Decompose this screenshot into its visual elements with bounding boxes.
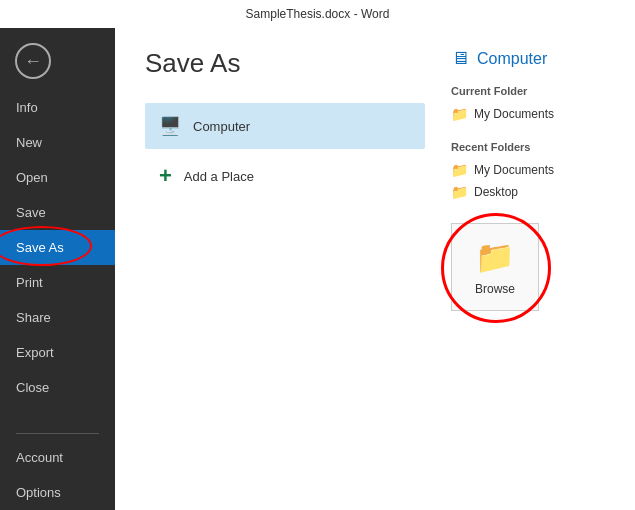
right-panel: 🖥 Computer Current Folder 📁 My Documents… (435, 28, 635, 510)
recent-folder-name-0: My Documents (474, 163, 554, 177)
title-text: SampleThesis.docx - Word (246, 7, 390, 21)
sidebar-item-close[interactable]: Close (0, 370, 115, 405)
monitor-icon: 🖥 (451, 48, 469, 69)
location-computer-label: Computer (193, 119, 250, 134)
folder-icon-0: 📁 (451, 162, 468, 178)
recent-folder-0[interactable]: 📁 My Documents (451, 159, 619, 181)
sidebar-item-open[interactable]: Open (0, 160, 115, 195)
sidebar-item-export[interactable]: Export (0, 335, 115, 370)
main-area: ← Info New Open Save Save As Print Share… (0, 28, 635, 510)
folder-icon-current: 📁 (451, 106, 468, 122)
sidebar-item-options[interactable]: Options (0, 475, 115, 510)
right-panel-title: Computer (477, 50, 547, 68)
recent-section: Recent Folders 📁 My Documents 📁 Desktop (451, 141, 619, 203)
content-area: Save As 🖥️ Computer + Add a Place (115, 28, 435, 510)
current-folder-label: Current Folder (451, 85, 619, 97)
folder-icon-1: 📁 (451, 184, 468, 200)
sidebar-item-print[interactable]: Print (0, 265, 115, 300)
sidebar-item-save-as[interactable]: Save As (0, 230, 115, 265)
browse-folder-icon: 📁 (475, 238, 515, 276)
title-bar: SampleThesis.docx - Word (0, 0, 635, 28)
current-folder-name: My Documents (474, 107, 554, 121)
add-place-icon: + (159, 163, 172, 189)
location-list: 🖥️ Computer + Add a Place (145, 103, 425, 201)
back-arrow-icon: ← (15, 43, 51, 79)
location-add-place-label: Add a Place (184, 169, 254, 184)
location-computer[interactable]: 🖥️ Computer (145, 103, 425, 149)
sidebar-divider (16, 433, 99, 434)
computer-icon: 🖥️ (159, 115, 181, 137)
sidebar-item-share[interactable]: Share (0, 300, 115, 335)
current-folder-item[interactable]: 📁 My Documents (451, 103, 619, 125)
sidebar-bottom: Account Options (0, 427, 115, 510)
browse-button[interactable]: 📁 Browse (451, 223, 539, 311)
browse-area: 📁 Browse (451, 223, 619, 311)
page-title: Save As (145, 48, 405, 79)
sidebar-item-new[interactable]: New (0, 125, 115, 160)
recent-folder-1[interactable]: 📁 Desktop (451, 181, 619, 203)
browse-label: Browse (475, 282, 515, 296)
location-add-place[interactable]: + Add a Place (145, 151, 425, 201)
recent-folder-name-1: Desktop (474, 185, 518, 199)
sidebar-item-save[interactable]: Save (0, 195, 115, 230)
recent-folders-label: Recent Folders (451, 141, 619, 153)
sidebar: ← Info New Open Save Save As Print Share… (0, 28, 115, 510)
back-button[interactable]: ← (8, 36, 58, 86)
sidebar-item-info[interactable]: Info (0, 90, 115, 125)
right-panel-header: 🖥 Computer (451, 48, 619, 69)
sidebar-item-account[interactable]: Account (0, 440, 115, 475)
